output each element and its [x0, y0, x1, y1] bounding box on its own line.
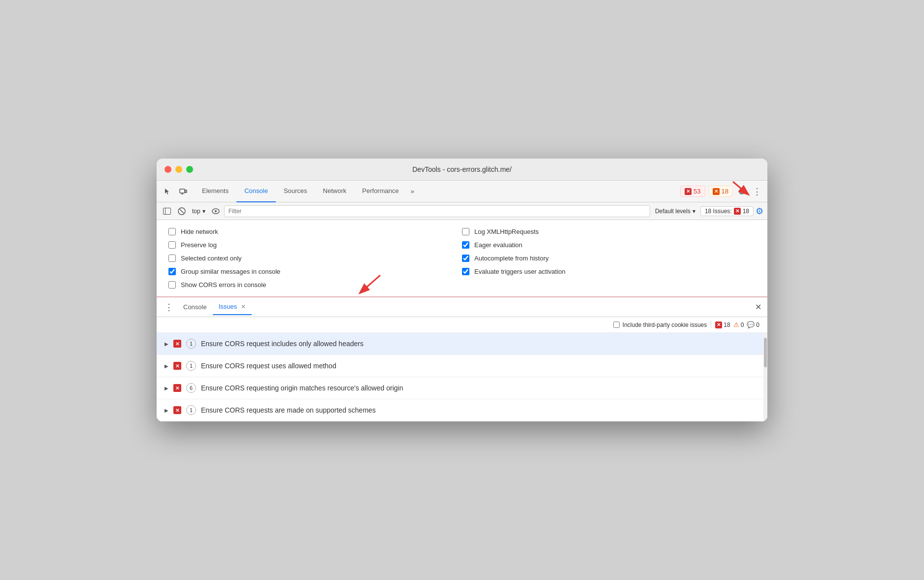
- svg-rect-0: [180, 189, 185, 193]
- preserve-log-label: Preserve log: [181, 241, 217, 249]
- eager-eval-label: Eager evaluation: [474, 241, 523, 249]
- console-toolbar: top ▾ Default levels ▾ 18 Issues: ✕ 18 ⚙: [157, 202, 767, 220]
- filter-warning-icon: ⚠: [733, 321, 739, 328]
- issue-count-badge: 6: [186, 383, 196, 393]
- issue-title: Ensure CORS requests are made on support…: [201, 406, 376, 414]
- issue-list-container: ▶ ✕ 1 Ensure CORS request includes only …: [157, 333, 767, 421]
- evaluate-triggers-checkbox[interactable]: [462, 268, 469, 275]
- tab-elements[interactable]: Elements: [194, 181, 236, 202]
- warning-icon: ✕: [713, 188, 720, 195]
- close-panel-icon[interactable]: ✕: [753, 301, 763, 313]
- third-party-checkbox[interactable]: [613, 322, 620, 328]
- device-icon[interactable]: [176, 185, 190, 198]
- tab-bar-right: ✕ 53 ✕ 18 ⚙: [680, 184, 763, 199]
- filter-error-icon: ✕: [715, 322, 722, 328]
- log-xml-checkbox[interactable]: [462, 228, 469, 235]
- issue-row[interactable]: ▶ ✕ 1 Ensure CORS request includes only …: [157, 333, 767, 355]
- issues-button[interactable]: 18 Issues: ✕ 18: [700, 206, 754, 216]
- show-cors-errors-option[interactable]: Show CORS errors in console: [168, 281, 462, 289]
- eager-eval-checkbox[interactable]: [462, 241, 469, 249]
- traffic-lights: [165, 166, 193, 173]
- expand-icon[interactable]: ▶: [165, 408, 168, 413]
- preserve-log-option[interactable]: Preserve log: [168, 241, 462, 249]
- issue-count-badge: 1: [186, 405, 196, 415]
- settings-gear-icon[interactable]: ⚙: [736, 184, 748, 199]
- eye-icon[interactable]: [209, 205, 222, 218]
- settings-area: ⚙: [736, 184, 748, 199]
- bottom-tab-bar: ⋮ Console Issues ✕ ✕: [157, 297, 767, 317]
- issue-list: ▶ ✕ 1 Ensure CORS request includes only …: [157, 333, 767, 421]
- filter-info-icon: 💬: [747, 321, 755, 328]
- settings-col-left: Hide network Preserve log Selected conte…: [168, 228, 462, 289]
- expand-icon[interactable]: ▶: [165, 341, 168, 347]
- info-count-item: 💬 0: [747, 321, 759, 328]
- svg-rect-4: [164, 208, 171, 214]
- issue-title: Ensure CORS request includes only allowe…: [201, 340, 363, 348]
- third-party-filter-option[interactable]: Include third-party cookie issues: [613, 322, 707, 328]
- tab-network[interactable]: Network: [315, 181, 355, 202]
- settings-panel: Hide network Preserve log Selected conte…: [157, 220, 767, 297]
- filter-error-count: 18: [724, 322, 730, 328]
- issue-title: Ensure CORS request uses allowed method: [201, 362, 336, 370]
- tab-console[interactable]: Console: [236, 181, 276, 202]
- maximize-button[interactable]: [186, 166, 193, 173]
- default-levels-button[interactable]: Default levels ▾: [652, 207, 698, 216]
- issues-error-icon: ✕: [734, 208, 741, 215]
- bottom-tab-issues[interactable]: Issues ✕: [213, 299, 252, 315]
- console-settings-icon[interactable]: ⚙: [756, 206, 763, 217]
- error-badge: ✕ 53: [680, 186, 705, 197]
- group-similar-checkbox[interactable]: [168, 268, 176, 275]
- issue-error-icon: ✕: [173, 384, 181, 392]
- bottom-tab-console[interactable]: Console: [177, 299, 213, 315]
- context-label: top: [192, 208, 200, 215]
- tab-performance[interactable]: Performance: [354, 181, 406, 202]
- close-issues-tab-icon[interactable]: ✕: [241, 303, 246, 310]
- filter-warning-count: 0: [741, 322, 744, 328]
- preserve-log-checkbox[interactable]: [168, 241, 176, 249]
- cursor-icon[interactable]: [161, 185, 174, 198]
- warning-count: 18: [722, 188, 728, 195]
- more-options-icon[interactable]: ⋮: [751, 184, 763, 199]
- hide-network-label: Hide network: [181, 228, 218, 235]
- expand-icon[interactable]: ▶: [165, 386, 168, 391]
- evaluate-triggers-option[interactable]: Evaluate triggers user activation: [462, 268, 756, 275]
- scrollbar-thumb[interactable]: [764, 338, 767, 367]
- sidebar-toggle-button[interactable]: [161, 205, 173, 218]
- group-similar-area: Group similar messages in console: [168, 268, 462, 275]
- minimize-button[interactable]: [175, 166, 182, 173]
- warning-count-item: ⚠ 0: [733, 321, 744, 328]
- error-icon: ✕: [685, 188, 692, 195]
- log-xmlhttprequests-option[interactable]: Log XMLHttpRequests: [462, 228, 756, 235]
- issues-label: 18 Issues:: [705, 208, 732, 215]
- selected-context-checkbox[interactable]: [168, 255, 176, 262]
- issue-row[interactable]: ▶ ✕ 6 Ensure CORS requesting origin matc…: [157, 377, 767, 399]
- group-similar-label: Group similar messages in console: [181, 268, 280, 275]
- expand-icon[interactable]: ▶: [165, 363, 168, 369]
- filter-input[interactable]: [224, 205, 650, 217]
- hide-network-option[interactable]: Hide network: [168, 228, 462, 235]
- autocomplete-history-option[interactable]: Autocomplete from history: [462, 255, 756, 262]
- third-party-label: Include third-party cookie issues: [623, 322, 707, 328]
- panel-more-options-icon[interactable]: ⋮: [161, 300, 177, 315]
- hide-network-checkbox[interactable]: [168, 228, 176, 235]
- tab-bar: Elements Console Sources Network Perform…: [157, 181, 767, 202]
- close-button[interactable]: [165, 166, 171, 173]
- selected-context-option[interactable]: Selected context only: [168, 255, 462, 262]
- issues-filter-bar: Include third-party cookie issues ✕ 18 ⚠…: [157, 317, 767, 333]
- context-selector[interactable]: top ▾: [190, 207, 207, 216]
- tab-sources[interactable]: Sources: [276, 181, 315, 202]
- devtools-body: Elements Console Sources Network Perform…: [157, 181, 767, 421]
- group-similar-option[interactable]: Group similar messages in console: [168, 268, 280, 275]
- clear-console-button[interactable]: [175, 205, 188, 218]
- issue-row[interactable]: ▶ ✕ 1 Ensure CORS requests are made on s…: [157, 399, 767, 421]
- eager-evaluation-option[interactable]: Eager evaluation: [462, 241, 756, 249]
- tab-more-button[interactable]: »: [407, 186, 418, 197]
- issue-row[interactable]: ▶ ✕ 1 Ensure CORS request uses allowed m…: [157, 355, 767, 377]
- error-count-item: ✕ 18: [715, 322, 730, 328]
- bottom-panel: ⋮ Console Issues ✕ ✕ Include third-party…: [157, 297, 767, 421]
- filter-info-count: 0: [756, 322, 759, 328]
- show-cors-errors-checkbox[interactable]: [168, 281, 176, 289]
- svg-line-7: [180, 209, 184, 213]
- scrollbar-track[interactable]: [763, 333, 767, 421]
- autocomplete-checkbox[interactable]: [462, 255, 469, 262]
